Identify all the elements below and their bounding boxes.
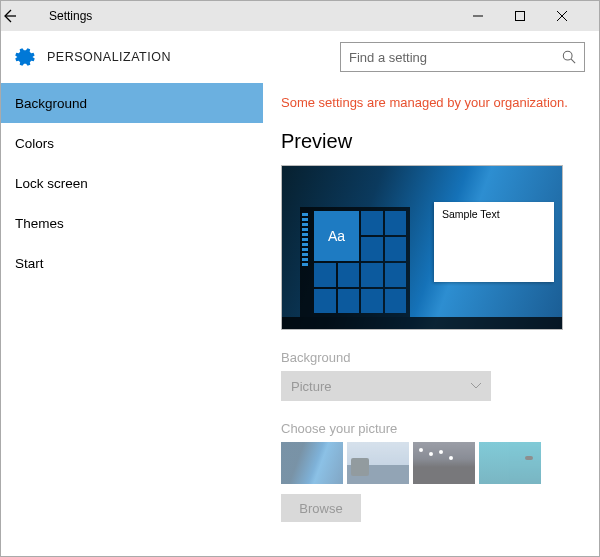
- title-bar: Settings: [1, 1, 599, 31]
- preview-heading: Preview: [281, 130, 585, 153]
- sidebar: Background Colors Lock screen Themes Sta…: [1, 83, 263, 556]
- picture-thumb: [413, 442, 475, 484]
- browse-button: Browse: [281, 494, 361, 522]
- minimize-icon: [473, 11, 483, 21]
- gear-icon: [15, 47, 35, 67]
- sidebar-item-start[interactable]: Start: [1, 243, 263, 283]
- search-box[interactable]: [340, 42, 585, 72]
- search-icon: [562, 50, 576, 64]
- preview-image: Aa Sample Text: [281, 165, 563, 330]
- sidebar-item-background[interactable]: Background: [1, 83, 263, 123]
- background-select-value: Picture: [291, 379, 331, 394]
- choose-picture-label: Choose your picture: [281, 421, 585, 436]
- background-select: Picture: [281, 371, 491, 401]
- window-title: Settings: [49, 9, 92, 23]
- sidebar-item-label: Background: [15, 96, 87, 111]
- chevron-down-icon: [471, 383, 481, 389]
- picture-thumb: [347, 442, 409, 484]
- back-button[interactable]: [1, 8, 41, 24]
- annotation-arrow: [263, 333, 283, 453]
- main-panel: Some settings are managed by your organi…: [263, 83, 599, 556]
- org-warning: Some settings are managed by your organi…: [281, 95, 585, 110]
- search-input[interactable]: [349, 50, 562, 65]
- sidebar-item-lock-screen[interactable]: Lock screen: [1, 163, 263, 203]
- preview-sample-text: Sample Text: [442, 208, 500, 220]
- background-label: Background: [281, 350, 585, 365]
- sidebar-item-themes[interactable]: Themes: [1, 203, 263, 243]
- picture-thumbnails: [281, 442, 585, 484]
- sidebar-item-label: Start: [15, 256, 44, 271]
- header: PERSONALIZATION: [1, 31, 599, 83]
- header-title: PERSONALIZATION: [47, 50, 171, 64]
- sidebar-item-label: Colors: [15, 136, 54, 151]
- maximize-button[interactable]: [515, 11, 557, 21]
- minimize-button[interactable]: [473, 11, 515, 21]
- maximize-icon: [515, 11, 525, 21]
- preview-taskbar: [282, 317, 562, 329]
- close-icon: [557, 11, 567, 21]
- preview-start-menu: Aa: [300, 207, 410, 317]
- picture-thumb: [281, 442, 343, 484]
- browse-label: Browse: [299, 501, 342, 516]
- close-button[interactable]: [557, 11, 599, 21]
- sidebar-item-label: Lock screen: [15, 176, 88, 191]
- arrow-left-icon: [1, 8, 17, 24]
- preview-sample-window: Sample Text: [434, 202, 554, 282]
- sidebar-item-label: Themes: [15, 216, 64, 231]
- svg-rect-0: [516, 12, 525, 21]
- picture-thumb: [479, 442, 541, 484]
- svg-point-1: [563, 51, 572, 60]
- preview-tile-big: Aa: [314, 211, 359, 261]
- sidebar-item-colors[interactable]: Colors: [1, 123, 263, 163]
